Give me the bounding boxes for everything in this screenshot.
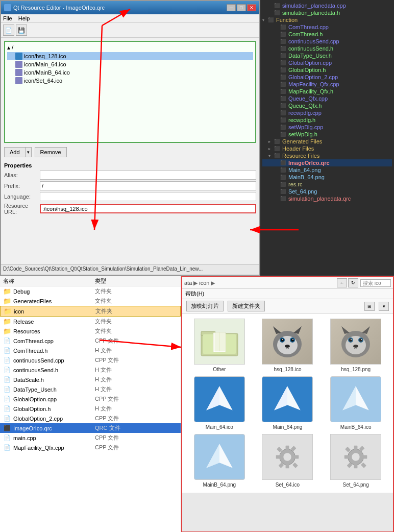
ide-item-21[interactable]: ▾⬛Resource Files	[262, 152, 392, 159]
tree-item-2[interactable]: icon/MainB_64.ico	[7, 68, 253, 77]
icon-cell-0[interactable]: Other	[187, 319, 252, 372]
view-icon-button[interactable]: ⊞	[364, 302, 375, 311]
file-row-1[interactable]: 📁GeneratedFiles文件夹	[0, 296, 181, 306]
ide-item-1[interactable]: ⬛simulation_planedata.h	[262, 9, 392, 16]
file-row-3[interactable]: 📁Release文件夹	[0, 317, 181, 326]
ide-item-26[interactable]: ⬛Set_64.png	[262, 188, 392, 195]
add-dropdown[interactable]: ▾	[26, 147, 32, 157]
icon-cell-8[interactable]: Set_64.png	[324, 434, 388, 488]
ide-item-17[interactable]: ⬛setWpDlg.cpp	[262, 124, 392, 131]
file-icon-container: 📁	[3, 298, 11, 305]
file-row-5[interactable]: 📄ComThread.cppCPP 文件	[0, 336, 181, 346]
ide-label-12: MapFacility_Qfx.h	[288, 88, 333, 94]
ide-item-20[interactable]: ▸⬛Header Files	[262, 145, 392, 152]
minimize-button[interactable]: ─	[227, 4, 236, 11]
file-row-15[interactable]: 📄main.cppCPP 文件	[0, 433, 181, 443]
svg-point-14	[282, 339, 283, 340]
prefix-input[interactable]	[40, 181, 256, 190]
icon-cell-7[interactable]: Set_64.ico	[256, 434, 320, 488]
new-folder-button[interactable]: 新建文件夹	[228, 301, 265, 311]
file-name-2: icon	[14, 308, 95, 315]
slideshow-button[interactable]: 放映幻灯片	[186, 301, 224, 311]
ide-item-15[interactable]: ⬛recwpdlg.cpp	[262, 109, 392, 116]
file-row-14[interactable]: ⬛ImageOrIco.qrcQRC 文件	[0, 423, 181, 433]
file-row-2[interactable]: 📁icon文件夹	[0, 306, 181, 317]
add-button[interactable]: Add	[4, 147, 26, 157]
file-type-3: 文件夹	[95, 318, 112, 325]
search-input[interactable]	[360, 279, 391, 287]
save-button[interactable]: 💾	[16, 25, 27, 36]
svg-point-37	[284, 453, 291, 461]
file-row-9[interactable]: 📄DataScale.hH 文件	[0, 375, 181, 384]
file-row-10[interactable]: 📄DataType_User.hH 文件	[0, 384, 181, 394]
icon-cell-6[interactable]: MainB_64.png	[187, 434, 252, 488]
ide-label-15: recwpdlg.cpp	[288, 110, 322, 116]
menu-file[interactable]: File	[3, 15, 12, 21]
tree-item-0[interactable]: icon/hsq_128.ico	[7, 52, 253, 60]
ide-item-23[interactable]: ⬛Main_64.png	[262, 166, 392, 174]
alias-label: Alias:	[4, 172, 40, 178]
file-icon-container: 📄	[3, 415, 11, 422]
file-row-8[interactable]: 📄continuousSend.hH 文件	[0, 365, 181, 375]
ide-item-27[interactable]: ⬛simulation_planedata.qrc	[262, 195, 392, 202]
ide-item-12[interactable]: ⬛MapFacility_Qfx.h	[262, 88, 392, 95]
remove-button[interactable]: Remove	[35, 147, 67, 157]
ide-item-16[interactable]: ⬛recwpdlg.h	[262, 116, 392, 124]
ide-item-2[interactable]: ▾⬛Function	[262, 16, 392, 23]
ide-item-9[interactable]: ⬛GlobalOption.h	[262, 66, 392, 74]
file-row-6[interactable]: 📄ComThread.hH 文件	[0, 346, 181, 355]
resource-url-input[interactable]	[40, 204, 256, 213]
new-button[interactable]: 📄	[3, 25, 14, 36]
maximize-button[interactable]: □	[237, 4, 246, 11]
tree-item-1[interactable]: icon/Main_64.ico	[7, 60, 253, 68]
tree-item-3[interactable]: icon/Set_64.ico	[7, 77, 253, 85]
file-row-7[interactable]: 📄continuousSend.cppCPP 文件	[0, 355, 181, 365]
ide-item-6[interactable]: ⬛continuousSend.h	[262, 45, 392, 52]
icon-cell-3[interactable]: Main_64.ico	[187, 376, 252, 430]
file-row-11[interactable]: 📄GlobalOption.cppCPP 文件	[0, 394, 181, 404]
ide-item-5[interactable]: ⬛continuousSend.cpp	[262, 38, 392, 45]
ide-item-13[interactable]: ⬛Queue_Qfx.cpp	[262, 95, 392, 102]
plane-img-blue	[262, 376, 313, 422]
ide-item-7[interactable]: ⬛DataType_User.h	[262, 52, 392, 59]
ide-item-25[interactable]: ⬛res.rc	[262, 181, 392, 188]
icon-label-2: hsq_128.png	[341, 367, 371, 372]
ide-item-8[interactable]: ⬛GlobalOption.cpp	[262, 59, 392, 66]
dog-img	[262, 319, 313, 365]
help-menu[interactable]: 帮助(H)	[185, 291, 204, 297]
menu-help[interactable]: Help	[18, 15, 30, 21]
refresh-button[interactable]: ↻	[348, 278, 358, 287]
ide-item-0[interactable]: ⬛simulation_planedata.cpp	[262, 2, 392, 9]
file-row-4[interactable]: 📁Resources文件夹	[0, 326, 181, 336]
ide-item-14[interactable]: ⬛Queue_Qfx.h	[262, 102, 392, 109]
titlebar-text: Qt Resource Editor - ImageOrIco.qrc	[13, 5, 105, 11]
file-type-1: 文件夹	[95, 297, 112, 305]
ide-item-4[interactable]: ⬛ComThread.h	[262, 31, 392, 38]
ide-label-18: setWpDlg.h	[288, 131, 317, 137]
cpp-icon: ⬛	[280, 125, 286, 130]
icon-cell-5[interactable]: MainB_64.ico	[324, 376, 388, 430]
ide-item-3[interactable]: ⬛ComThread.cpp	[262, 23, 392, 31]
ide-item-18[interactable]: ⬛setWpDlg.h	[262, 131, 392, 138]
ide-item-11[interactable]: ⬛MapFacility_Qfx.cpp	[262, 81, 392, 88]
ide-item-19[interactable]: ▸⬛Generated Files	[262, 138, 392, 145]
ide-item-24[interactable]: ⬛MainB_64.png	[262, 174, 392, 181]
file-row-12[interactable]: 📄GlobalOption.hH 文件	[0, 404, 181, 414]
icon-cell-1[interactable]: hsq_128.ico	[256, 319, 320, 372]
file-row-0[interactable]: 📁Debug文件夹	[0, 286, 181, 296]
file-name-14: ImageOrIco.qrc	[13, 425, 95, 431]
action-buttons: Add ▾ Remove	[4, 145, 256, 159]
svg-rect-54	[361, 463, 366, 468]
file-row-13[interactable]: 📄GlobalOption_2.cppCPP 文件	[0, 414, 181, 423]
file-icon: 📄	[4, 386, 11, 393]
language-input[interactable]	[40, 192, 256, 201]
file-row-16[interactable]: 📄MapFacility_Qfx.cppCPP 文件	[0, 443, 181, 452]
view-list-button[interactable]: ▾	[379, 302, 389, 311]
ide-item-22[interactable]: ⬛ImageOrIco.qrc	[262, 159, 392, 166]
icon-cell-4[interactable]: Main_64.png	[256, 376, 320, 430]
ide-item-10[interactable]: ⬛GlobalOption_2.cpp	[262, 74, 392, 81]
alias-input[interactable]	[40, 171, 256, 180]
back-button[interactable]: ←	[337, 278, 347, 287]
close-button[interactable]: ✕	[247, 4, 256, 11]
icon-cell-2[interactable]: hsq_128.png	[324, 319, 388, 372]
